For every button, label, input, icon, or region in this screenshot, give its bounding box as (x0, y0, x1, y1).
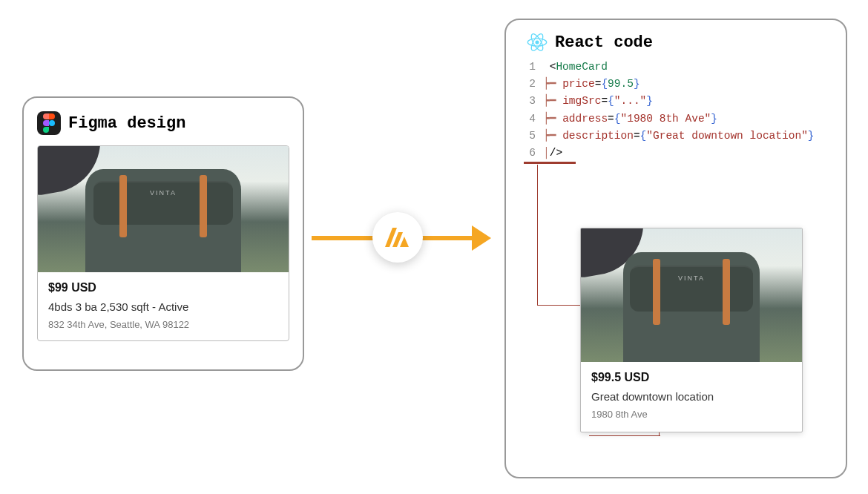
react-card-desc: Great downtown location (591, 390, 792, 403)
figma-panel-title: Figma design (68, 114, 185, 133)
amplify-badge (372, 212, 423, 263)
figma-card-addr: 832 34th Ave, Seattle, WA 98122 (48, 319, 278, 330)
react-panel: React code 1 <HomeCard 2 ┝━ price={99.5}… (504, 19, 847, 478)
figma-logo-icon (42, 113, 56, 133)
react-logo-icon (527, 32, 548, 53)
react-card-image: VINTA (581, 228, 802, 362)
code-line: 5 ┝━ description={"Great downtown locati… (524, 128, 837, 145)
react-panel-title: React code (555, 33, 653, 52)
line-number: 4 (524, 111, 543, 128)
code-line: 3 ┝━ imgSrc={"..."} (524, 93, 837, 110)
react-card-addr: 1980 8th Ave (591, 409, 792, 420)
transform-arrow (312, 223, 490, 252)
line-number: 2 (524, 76, 543, 93)
code-line: 1 <HomeCard (524, 59, 837, 76)
brand-label: VINTA (85, 189, 241, 197)
line-number: 3 (524, 93, 543, 110)
figma-panel: Figma design VINTA $99 USD 4bds 3 ba 2,5… (22, 96, 304, 371)
annotation-line (524, 163, 576, 164)
figma-card-price: $99 USD (48, 281, 278, 294)
code-line: 2 ┝━ price={99.5} (524, 76, 837, 93)
react-card: VINTA $99.5 USD Great downtown location … (580, 228, 803, 432)
brand-label: VINTA (623, 274, 760, 282)
figma-card-body: $99 USD 4bds 3 ba 2,530 sqft - Active 83… (38, 272, 289, 340)
annotation-line (537, 165, 582, 306)
figma-card-desc: 4bds 3 ba 2,530 sqft - Active (48, 300, 278, 313)
svg-point-0 (49, 120, 55, 126)
react-card-price: $99.5 USD (591, 371, 792, 384)
amplify-logo-icon (385, 228, 410, 247)
figma-title-row: Figma design (37, 111, 289, 135)
figma-card-image: VINTA (38, 146, 289, 272)
figma-icon (37, 111, 61, 135)
react-card-body: $99.5 USD Great downtown location 1980 8… (581, 362, 802, 432)
line-number: 6 (524, 145, 543, 162)
arrow-head-icon (472, 225, 491, 251)
annotation-tick (589, 435, 660, 436)
react-card-wrap: VINTA $99.5 USD Great downtown location … (580, 228, 803, 432)
line-number: 5 (524, 128, 543, 145)
react-title-row: React code (527, 32, 837, 53)
svg-point-1 (535, 40, 539, 44)
code-block: 1 <HomeCard 2 ┝━ price={99.5} 3 ┝━ imgSr… (524, 59, 837, 162)
code-line: 4 ┝━ address={"1980 8th Ave"} (524, 111, 837, 128)
code-line: 6 │/> (524, 145, 837, 162)
line-number: 1 (524, 59, 543, 76)
figma-card: VINTA $99 USD 4bds 3 ba 2,530 sqft - Act… (37, 145, 289, 341)
